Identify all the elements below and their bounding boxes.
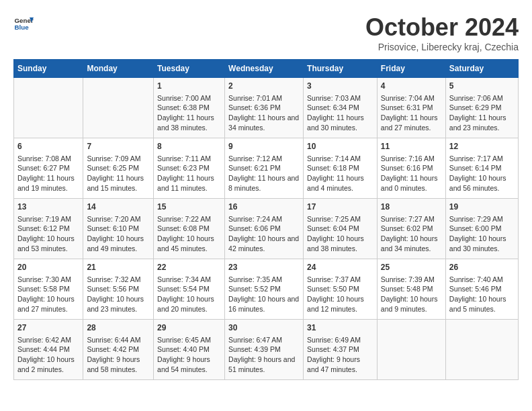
day-info: Daylight: 10 hours and 23 minutes. [87, 294, 150, 314]
calendar-cell: 19Sunrise: 7:29 AMSunset: 6:00 PMDayligh… [445, 199, 518, 259]
day-number: 10 [307, 141, 373, 152]
calendar-cell: 28Sunrise: 6:44 AMSunset: 4:42 PMDayligh… [83, 320, 154, 380]
day-number: 8 [157, 141, 221, 152]
day-info: Sunset: 6:31 PM [381, 103, 442, 113]
calendar-cell: 21Sunrise: 7:32 AMSunset: 5:56 PMDayligh… [83, 259, 154, 320]
location-subtitle: Prisovice, Liberecky kraj, Czechia [365, 42, 519, 52]
calendar-cell [445, 320, 518, 380]
day-info: Sunrise: 7:06 AM [449, 93, 515, 103]
calendar-cell: 20Sunrise: 7:30 AMSunset: 5:58 PMDayligh… [14, 259, 83, 320]
logo: General Blue [13, 13, 34, 34]
calendar-cell: 1Sunrise: 7:00 AMSunset: 6:38 PMDaylight… [154, 78, 225, 138]
day-info: Sunset: 4:39 PM [228, 345, 300, 355]
day-number: 1 [157, 81, 221, 92]
day-info: Sunrise: 7:12 AM [228, 154, 300, 164]
day-number: 19 [449, 201, 515, 213]
day-info: Sunset: 6:29 PM [449, 103, 515, 113]
day-number: 21 [87, 262, 150, 273]
weekday-header: Wednesday [225, 60, 304, 78]
day-info: Daylight: 10 hours and 2 minutes. [17, 355, 79, 374]
day-info: Sunset: 6:27 PM [17, 163, 79, 173]
logo-icon: General Blue [13, 13, 34, 34]
day-info: Daylight: 10 hours and 30 minutes. [449, 234, 515, 253]
day-info: Sunrise: 7:16 AM [381, 154, 442, 164]
day-info: Sunset: 4:40 PM [157, 345, 221, 355]
day-number: 4 [381, 81, 442, 92]
weekday-header: Tuesday [154, 60, 225, 78]
day-number: 17 [307, 201, 373, 213]
day-number: 18 [381, 201, 442, 213]
day-number: 27 [17, 322, 79, 334]
day-info: Daylight: 9 hours and 58 minutes. [87, 355, 150, 374]
calendar-cell: 31Sunrise: 6:49 AMSunset: 4:37 PMDayligh… [304, 320, 378, 380]
day-number: 28 [87, 322, 150, 334]
calendar-cell: 15Sunrise: 7:22 AMSunset: 6:08 PMDayligh… [154, 199, 225, 259]
day-info: Sunrise: 7:24 AM [228, 214, 300, 224]
day-info: Sunrise: 6:45 AM [157, 335, 221, 345]
weekday-header: Monday [83, 60, 154, 78]
calendar-cell [377, 320, 445, 380]
day-number: 26 [449, 262, 515, 273]
day-info: Sunrise: 7:29 AM [449, 214, 515, 224]
calendar-week-row: 1Sunrise: 7:00 AMSunset: 6:38 PMDaylight… [14, 78, 519, 138]
calendar-cell: 25Sunrise: 7:39 AMSunset: 5:48 PMDayligh… [377, 259, 445, 320]
day-number: 31 [307, 322, 373, 334]
day-info: Sunset: 6:00 PM [449, 224, 515, 234]
day-info: Daylight: 10 hours and 56 minutes. [449, 173, 515, 193]
day-info: Sunrise: 7:30 AM [17, 275, 79, 285]
day-info: Sunrise: 7:19 AM [17, 214, 79, 224]
day-number: 22 [157, 262, 221, 273]
calendar-cell: 27Sunrise: 6:42 AMSunset: 4:44 PMDayligh… [14, 320, 83, 380]
day-info: Sunrise: 7:14 AM [307, 154, 373, 164]
calendar-cell: 13Sunrise: 7:19 AMSunset: 6:12 PMDayligh… [14, 199, 83, 259]
day-number: 30 [228, 322, 300, 334]
calendar-cell: 2Sunrise: 7:01 AMSunset: 6:36 PMDaylight… [225, 78, 304, 138]
day-info: Daylight: 10 hours and 20 minutes. [157, 294, 221, 314]
day-info: Daylight: 10 hours and 49 minutes. [87, 234, 150, 253]
calendar-cell: 30Sunrise: 6:47 AMSunset: 4:39 PMDayligh… [225, 320, 304, 380]
calendar-cell: 4Sunrise: 7:04 AMSunset: 6:31 PMDaylight… [377, 78, 445, 138]
day-info: Sunset: 5:46 PM [449, 284, 515, 294]
day-info: Daylight: 11 hours and 38 minutes. [157, 113, 221, 132]
day-info: Sunrise: 7:35 AM [228, 275, 300, 285]
day-number: 15 [157, 201, 221, 213]
day-info: Sunset: 6:23 PM [157, 163, 221, 173]
day-info: Daylight: 10 hours and 53 minutes. [17, 234, 79, 253]
calendar-cell: 11Sunrise: 7:16 AMSunset: 6:16 PMDayligh… [377, 138, 445, 199]
day-info: Sunset: 6:25 PM [87, 163, 150, 173]
day-info: Sunrise: 7:39 AM [381, 275, 442, 285]
svg-text:Blue: Blue [15, 24, 30, 31]
calendar-cell: 16Sunrise: 7:24 AMSunset: 6:06 PMDayligh… [225, 199, 304, 259]
day-info: Sunrise: 7:25 AM [307, 214, 373, 224]
day-info: Sunset: 5:50 PM [307, 284, 373, 294]
calendar-cell: 12Sunrise: 7:17 AMSunset: 6:14 PMDayligh… [445, 138, 518, 199]
day-info: Sunrise: 7:08 AM [17, 154, 79, 164]
day-info: Daylight: 10 hours and 45 minutes. [157, 234, 221, 253]
day-info: Sunrise: 7:27 AM [381, 214, 442, 224]
day-info: Sunset: 6:34 PM [307, 103, 373, 113]
day-info: Daylight: 11 hours and 8 minutes. [228, 173, 300, 193]
day-info: Daylight: 10 hours and 12 minutes. [307, 294, 373, 314]
calendar-cell: 26Sunrise: 7:40 AMSunset: 5:46 PMDayligh… [445, 259, 518, 320]
day-info: Sunrise: 7:20 AM [87, 214, 150, 224]
calendar-cell: 23Sunrise: 7:35 AMSunset: 5:52 PMDayligh… [225, 259, 304, 320]
day-info: Sunset: 6:10 PM [87, 224, 150, 234]
day-info: Sunset: 5:48 PM [381, 284, 442, 294]
weekday-header: Sunday [14, 60, 83, 78]
day-info: Daylight: 11 hours and 11 minutes. [157, 173, 221, 193]
weekday-header: Thursday [304, 60, 378, 78]
day-info: Sunset: 6:12 PM [17, 224, 79, 234]
day-info: Sunset: 5:58 PM [17, 284, 79, 294]
calendar-week-row: 20Sunrise: 7:30 AMSunset: 5:58 PMDayligh… [14, 259, 519, 320]
calendar-cell: 29Sunrise: 6:45 AMSunset: 4:40 PMDayligh… [154, 320, 225, 380]
day-number: 14 [87, 201, 150, 213]
day-info: Sunrise: 6:44 AM [87, 335, 150, 345]
calendar-cell: 14Sunrise: 7:20 AMSunset: 6:10 PMDayligh… [83, 199, 154, 259]
day-info: Sunset: 6:04 PM [307, 224, 373, 234]
day-info: Daylight: 10 hours and 9 minutes. [381, 294, 442, 314]
calendar-table: SundayMondayTuesdayWednesdayThursdayFrid… [13, 59, 519, 380]
day-number: 6 [17, 141, 79, 152]
day-info: Sunrise: 7:34 AM [157, 275, 221, 285]
day-number: 12 [449, 141, 515, 152]
day-info: Sunrise: 7:32 AM [87, 275, 150, 285]
